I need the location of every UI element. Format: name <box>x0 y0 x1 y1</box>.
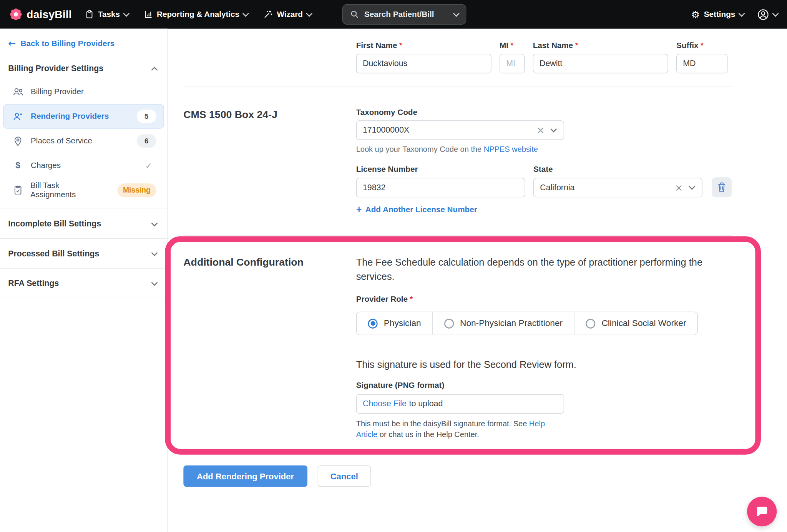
search-patient-bill[interactable]: Search Patient/Bill <box>342 4 467 25</box>
clear-icon[interactable]: × <box>536 125 545 135</box>
sidebar: ← Back to Billing Providers Billing Prov… <box>0 29 168 532</box>
taxonomy-code-input[interactable] <box>356 120 564 140</box>
section-title: Incomplete Bill Settings <box>8 219 101 228</box>
sidebar-item-label: Billing Provider <box>31 87 84 96</box>
sidebar-section-rfa-settings[interactable]: RFA Settings <box>0 269 167 298</box>
sidebar-item-places-of-service[interactable]: Places of Service 6 <box>3 129 164 153</box>
license-number-input[interactable] <box>356 178 525 197</box>
radio-label: Non-Physician Practitioner <box>460 318 563 329</box>
nav-reporting[interactable]: Reporting & Analytics <box>144 10 248 19</box>
section-title: Processed Bill Settings <box>8 249 99 258</box>
map-pin-icon <box>12 136 24 146</box>
suffix-input[interactable] <box>676 54 727 73</box>
cancel-button[interactable]: Cancel <box>317 466 371 487</box>
radio-label: Clinical Social Worker <box>601 318 686 329</box>
suffix-label: Suffix* <box>676 41 727 50</box>
chevron-down-icon <box>123 10 130 17</box>
mi-input[interactable] <box>500 54 525 73</box>
nav-tasks[interactable]: Tasks <box>85 10 129 19</box>
divider <box>183 235 732 235</box>
first-name-label: First Name* <box>356 41 491 50</box>
taxonomy-helper: Look up your Taxonomy Code on the NPPES … <box>356 145 732 153</box>
upload-suffix: to upload <box>409 399 443 409</box>
additional-config-title: Additional Configuration <box>183 255 356 268</box>
clipboard-check-icon <box>12 185 24 195</box>
count-badge: 6 <box>137 134 156 148</box>
chevron-down-icon <box>151 220 158 226</box>
clipboard-icon <box>85 10 94 19</box>
search-placeholder: Search Patient/Bill <box>364 10 449 19</box>
signature-note: This signature is used for the Second Re… <box>356 358 729 373</box>
back-to-billing-providers-link[interactable]: ← Back to Billing Providers <box>8 39 115 48</box>
state-label: State <box>533 165 553 174</box>
nav-tasks-label: Tasks <box>98 10 120 19</box>
chevron-down-icon <box>151 249 158 256</box>
radio-icon <box>586 319 595 328</box>
last-name-input[interactable] <box>533 54 668 73</box>
dollar-icon: $ <box>12 160 24 171</box>
radio-label: Physician <box>384 318 421 329</box>
chevron-down-icon <box>242 10 249 17</box>
license-number-label: License Number <box>356 165 525 174</box>
add-license-label: Add Another License Number <box>365 205 477 214</box>
add-rendering-provider-button[interactable]: Add Rendering Provider <box>183 466 307 487</box>
sidebar-item-label: Places of Service <box>31 136 92 146</box>
gear-icon: ⚙ <box>691 10 700 19</box>
top-navbar: daisyBill Tasks Reporting & Analytics <box>0 0 787 29</box>
radio-option-clinical-social-worker[interactable]: Clinical Social Worker <box>574 312 697 335</box>
signature-file-upload[interactable]: Choose File to upload <box>356 394 564 414</box>
state-select[interactable]: × <box>533 178 702 197</box>
cms-section-title: CMS 1500 Box 24-J <box>183 108 356 121</box>
radio-selected-icon <box>368 319 377 328</box>
bar-chart-icon <box>144 10 153 19</box>
chevron-down-icon <box>739 10 745 17</box>
search-icon <box>350 10 359 19</box>
app-root: daisyBill Tasks Reporting & Analytics <box>0 0 787 532</box>
sidebar-item-charges[interactable]: $ Charges ✓ <box>3 153 164 178</box>
nav-reporting-label: Reporting & Analytics <box>157 10 239 19</box>
choose-file-link[interactable]: Choose File <box>363 399 407 409</box>
radio-option-physician[interactable]: Physician <box>357 312 432 335</box>
trash-icon <box>717 182 726 193</box>
radio-option-non-physician-practitioner[interactable]: Non-Physician Practitioner <box>432 312 574 335</box>
taxonomy-code-select[interactable]: × <box>356 120 564 140</box>
missing-badge: Missing <box>117 183 156 197</box>
add-another-license-link[interactable]: + Add Another License Number <box>356 205 477 214</box>
sidebar-item-label: Bill Task Assignments <box>30 181 104 200</box>
nav-wizard-label: Wizard <box>277 10 303 19</box>
brand-name: daisyBill <box>27 8 72 20</box>
magic-wand-icon <box>264 10 273 19</box>
provider-role-radio-group: Physician Non-Physician Practitioner Cli… <box>356 312 698 335</box>
sidebar-item-bill-task-assignments[interactable]: Bill Task Assignments Missing <box>3 178 164 203</box>
nppes-website-link[interactable]: NPPES website <box>484 145 538 153</box>
brand-logo[interactable]: daisyBill <box>9 8 72 21</box>
chat-launcher-button[interactable] <box>747 497 777 526</box>
chat-bubble-icon <box>755 505 769 518</box>
sidebar-item-rendering-providers[interactable]: Rendering Providers 5 <box>3 104 164 129</box>
main-content: First Name* MI* <box>168 29 787 532</box>
provider-role-label: Provider Role* <box>356 295 732 304</box>
first-name-input[interactable] <box>356 54 491 73</box>
sidebar-section-incomplete-bill-settings[interactable]: Incomplete Bill Settings <box>0 209 167 239</box>
taxonomy-code-label: Taxonomy Code <box>356 108 732 117</box>
back-link-label: Back to Billing Providers <box>20 39 115 48</box>
chevron-up-icon <box>151 66 158 73</box>
arrow-left-icon: ← <box>8 39 16 48</box>
sidebar-item-label: Charges <box>31 161 61 170</box>
nav-account[interactable] <box>757 8 778 20</box>
sidebar-section-billing-provider-settings[interactable]: Billing Provider Settings <box>0 57 167 80</box>
check-icon: ✓ <box>145 161 152 170</box>
sidebar-item-billing-provider[interactable]: Billing Provider <box>3 80 164 104</box>
sidebar-item-label: Rendering Providers <box>31 112 109 121</box>
fee-schedule-description: The Fee Schedule calculation depends on … <box>356 255 729 284</box>
nav-wizard[interactable]: Wizard <box>264 10 312 19</box>
signature-help: This must be in the daisyBill signature … <box>356 418 556 440</box>
section-title: Billing Provider Settings <box>8 64 103 73</box>
nav-settings[interactable]: ⚙ Settings <box>691 10 744 19</box>
sidebar-section-processed-bill-settings[interactable]: Processed Bill Settings <box>0 239 167 268</box>
delete-license-button[interactable] <box>712 177 732 197</box>
mi-label: MI* <box>500 41 525 50</box>
user-circle-icon <box>757 8 769 20</box>
chevron-down-icon <box>772 10 779 17</box>
clear-icon[interactable]: × <box>675 183 683 192</box>
